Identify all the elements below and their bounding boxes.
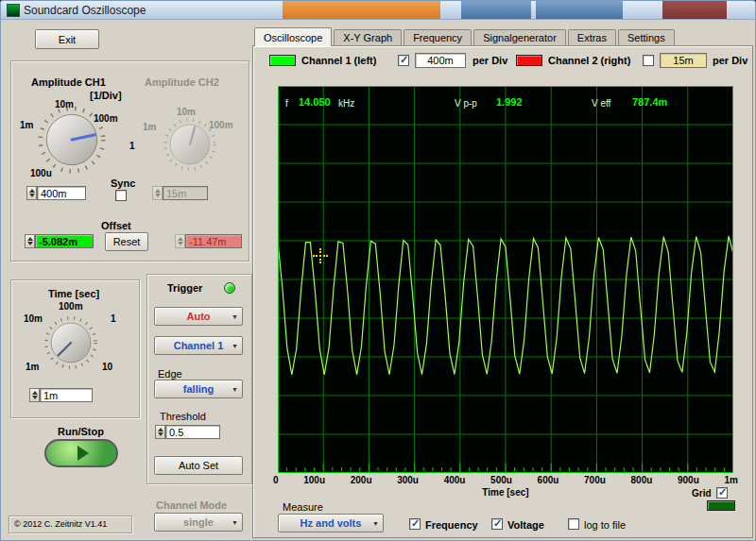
scope-x-axis-label: Time [sec] xyxy=(278,487,733,498)
tab-label: X-Y Graph xyxy=(343,32,392,43)
channel1-enable-checkbox[interactable] xyxy=(398,55,409,66)
tab-bar: Oscilloscope X-Y Graph Frequency Signalg… xyxy=(254,27,675,46)
trigger-mode-dropdown[interactable]: Auto xyxy=(154,307,243,326)
exit-button[interactable]: Exit xyxy=(35,29,99,49)
x-tick: 700u xyxy=(584,475,606,485)
background-window-fragment xyxy=(461,1,531,19)
background-window-fragment xyxy=(662,1,727,19)
time-scale-1m: 1m xyxy=(26,362,39,372)
amplitude-ch2-spinner[interactable] xyxy=(152,186,163,200)
readout-veff-label: V eff xyxy=(592,98,610,109)
sync-label: Sync xyxy=(111,178,135,189)
scope-display[interactable]: f 14.050 kHz V p-p 1.992 V eff 787.4m xyxy=(278,86,733,473)
copyright-text: © 2012 C. Zeitnitz V1.41 xyxy=(14,519,107,529)
x-tick: 400u xyxy=(444,475,466,485)
reset-button[interactable]: Reset xyxy=(105,232,148,251)
x-tick: 900u xyxy=(678,475,699,485)
log-to-file-label: log to file xyxy=(584,519,626,531)
channel2-per-div-field[interactable]: 15m xyxy=(660,53,707,68)
channel1-per-div-field[interactable]: 400m xyxy=(415,53,466,68)
window-title: Soundcard Oszilloscope xyxy=(24,4,146,17)
readout-veff-value: 787.4m xyxy=(632,96,667,108)
time-title: Time [sec] xyxy=(48,288,99,299)
run-stop-button[interactable] xyxy=(44,439,118,467)
app-window: Soundcard Oszilloscope Exit Amplitude CH… xyxy=(0,0,756,541)
channel2-color-swatch xyxy=(516,55,542,66)
x-tick: 0 xyxy=(273,475,279,485)
tab-signalgenerator[interactable]: Signalgenerator xyxy=(473,29,566,45)
trigger-mode-value: Auto xyxy=(186,311,210,322)
trigger-source-dropdown[interactable]: Channel 1 xyxy=(154,336,243,355)
exit-button-label: Exit xyxy=(59,34,76,45)
amplitude-ch1-value-field[interactable]: 400m xyxy=(37,186,86,200)
channel2-per-div-label: per Div xyxy=(713,55,747,66)
threshold-spinner[interactable] xyxy=(155,425,165,439)
reset-button-label: Reset xyxy=(113,236,141,247)
threshold-label: Threshold xyxy=(160,411,206,422)
ch2-scale-10m: 10m xyxy=(177,107,196,117)
x-tick: 200u xyxy=(351,475,372,485)
threshold-field[interactable]: 0.5 xyxy=(165,425,220,439)
grid-checkbox[interactable] xyxy=(716,487,728,499)
tab-extras[interactable]: Extras xyxy=(568,29,616,45)
time-spinner[interactable] xyxy=(29,388,40,402)
trigger-led xyxy=(224,282,235,294)
channel-mode-value: single xyxy=(183,516,214,528)
background-window-fragment xyxy=(536,1,623,19)
offset-ch1-spinner[interactable] xyxy=(25,234,35,248)
ch2-scale-1m: 1m xyxy=(143,122,156,132)
ch1-scale-100u: 100u xyxy=(30,168,52,178)
channel2-enable-checkbox[interactable] xyxy=(643,55,654,66)
log-to-file-checkbox[interactable] xyxy=(568,518,579,530)
trigger-edge-value: falling xyxy=(183,383,214,395)
readout-vpp-label: V p-p xyxy=(455,98,477,109)
trigger-edge-dropdown[interactable]: falling xyxy=(154,380,243,398)
channel1-per-div-label: per Div xyxy=(472,55,507,66)
trigger-title: Trigger xyxy=(167,282,202,294)
time-knob[interactable] xyxy=(43,315,98,370)
scope-canvas[interactable] xyxy=(278,86,733,473)
x-tick: 500u xyxy=(490,475,512,485)
sync-checkbox[interactable] xyxy=(115,190,127,201)
amplitude-ch2-title: Amplitude CH2 xyxy=(145,76,219,88)
auto-set-button[interactable]: Auto Set xyxy=(154,456,243,475)
measure-mode-dropdown[interactable]: Hz and volts xyxy=(278,514,384,533)
titlebar[interactable]: Soundcard Oszilloscope xyxy=(1,1,755,20)
measure-label: Measure xyxy=(283,501,323,513)
offset-ch1-field[interactable]: -5.082m xyxy=(35,234,94,248)
tab-frequency[interactable]: Frequency xyxy=(404,29,472,45)
amplitude-unit-label: [1/Div] xyxy=(90,90,122,101)
tab-label: Frequency xyxy=(413,32,462,43)
channel1-color-swatch xyxy=(269,55,296,66)
amplitude-ch2-value-field[interactable]: 15m xyxy=(163,186,208,200)
amplitude-ch1-spinner[interactable] xyxy=(26,186,37,200)
tab-label: Settings xyxy=(627,32,665,43)
ch1-scale-10m: 10m xyxy=(55,99,74,110)
time-scale-10: 10 xyxy=(102,362,112,372)
tab-xy-graph[interactable]: X-Y Graph xyxy=(334,29,402,45)
x-tick: 800u xyxy=(631,475,653,485)
tab-oscilloscope[interactable]: Oscilloscope xyxy=(254,27,332,46)
trigger-source-value: Channel 1 xyxy=(174,340,224,351)
offset-ch2-spinner[interactable] xyxy=(175,234,185,248)
tab-settings[interactable]: Settings xyxy=(618,29,675,45)
channel-mode-label: Channel Mode xyxy=(156,499,227,511)
ch1-scale-100m: 100m xyxy=(94,113,118,124)
readout-f-unit: kHz xyxy=(338,98,354,109)
ch1-scale-1m: 1m xyxy=(20,120,33,130)
channel2-per-div-value: 15m xyxy=(673,55,693,66)
time-value-field[interactable]: 1m xyxy=(40,388,93,402)
time-scale-100m: 100m xyxy=(59,301,83,312)
voltage-checkbox[interactable] xyxy=(491,518,503,530)
run-stop-label: Run/Stop xyxy=(58,426,104,437)
frequency-checkbox[interactable] xyxy=(409,518,421,530)
amplitude-ch2-value: 15m xyxy=(166,188,186,199)
amplitude-ch1-title: Amplitude CH1 xyxy=(31,76,106,88)
channel1-label: Channel 1 (left) xyxy=(301,55,376,66)
grid-color-swatch[interactable] xyxy=(707,500,735,511)
offset-ch2-field[interactable]: -11.47m xyxy=(185,234,242,248)
amplitude-ch1-value: 400m xyxy=(41,188,67,199)
background-window-fragment xyxy=(283,1,440,19)
channel-mode-dropdown[interactable]: single xyxy=(154,513,243,532)
frequency-label: Frequency xyxy=(425,519,478,531)
